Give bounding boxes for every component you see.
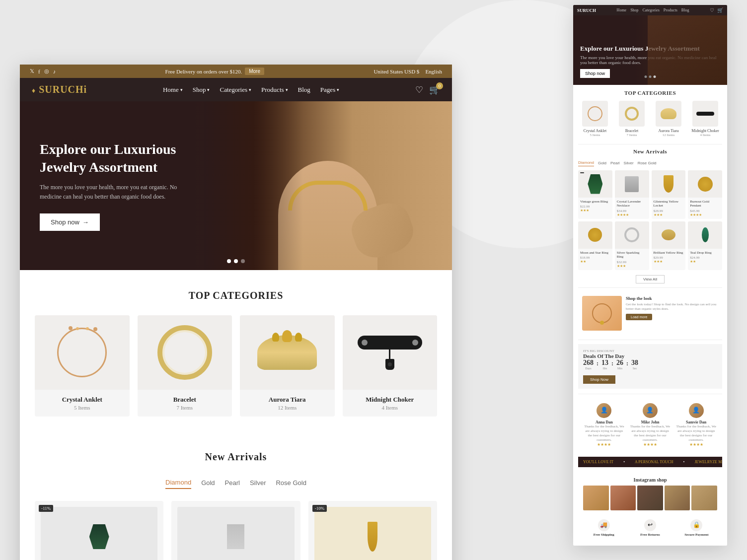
back-hero-cta[interactable]: Shop now — [580, 69, 610, 78]
instagram-item-5[interactable] — [691, 486, 717, 510]
timer-sep-2: : — [611, 359, 613, 370]
marquee-strip: YOU'LL LOVE IT • A PERSONAL TOUCH • JEWE… — [578, 457, 722, 467]
top-bar-right: United States USD $ English — [374, 69, 442, 74]
divider-4 — [578, 394, 722, 394]
arrival-product-img-1 — [41, 507, 157, 560]
tiktok-icon[interactable]: ♪ — [53, 69, 56, 74]
marquee-item-2: A PERSONAL TOUCH — [635, 460, 673, 464]
nav-pages[interactable]: Pages ▾ — [320, 86, 339, 94]
instagram-item-1[interactable] — [583, 486, 609, 510]
hero-dot-2[interactable] — [234, 259, 238, 263]
testimonial-stars-3: ★★★★ — [675, 442, 717, 447]
more-button[interactable]: More — [245, 68, 264, 75]
product-stars-3: ★★★ — [654, 213, 684, 217]
wishlist-icon[interactable]: ♡ — [415, 84, 423, 95]
product-price-3: $28.99 — [654, 209, 684, 213]
divider-3 — [578, 340, 722, 340]
arrival-product-2[interactable]: Gold Lavender Necklace $34.99 — [171, 501, 300, 560]
back-tab-rosegold[interactable]: Rose Gold — [638, 159, 657, 166]
back-tab-silver[interactable]: Silver — [624, 159, 634, 166]
dot-3[interactable] — [654, 75, 656, 78]
shop-look-image — [582, 296, 622, 331]
twitter-icon[interactable]: 𝕏 — [30, 68, 34, 74]
tab-gold[interactable]: Gold — [201, 477, 215, 489]
back-nav-shop[interactable]: Shop — [630, 8, 638, 12]
instagram-icon[interactable]: ◎ — [44, 68, 49, 74]
back-arrivals-tabs: Diamond Gold Pearl Silver Rose Gold — [578, 159, 722, 166]
product-name-1: Vintage green Bling — [580, 200, 610, 204]
back-logo: SURUCH — [577, 8, 596, 13]
back-tab-pearl[interactable]: Pearl — [610, 159, 620, 166]
back-product-7[interactable]: Brilliant Yellow Ring $29.99 ★★★ — [652, 221, 686, 270]
tab-diamond[interactable]: Diamond — [165, 477, 191, 489]
back-product-2[interactable]: Crystal Lavender Necklace $34.99 ★★★★ — [615, 170, 649, 219]
hero-dot-3[interactable] — [241, 259, 245, 263]
back-product-6[interactable]: Silver Sparkling Ring $32.99 ★★★ — [615, 221, 649, 270]
category-bracelet[interactable]: Bracelet 7 Items — [138, 315, 232, 417]
new-arrivals-section: New Arrivals Diamond Gold Pearl Silver R… — [20, 436, 452, 560]
product-stars-8: ★★ — [690, 260, 720, 264]
instagram-item-4[interactable] — [665, 486, 690, 510]
shop-now-button[interactable]: Shop now → — [40, 213, 100, 231]
back-heart-icon[interactable]: ♡ — [710, 7, 714, 13]
arrival-product-3[interactable]: -10% Yellow Drop Pendant $28.99 — [308, 501, 437, 560]
back-product-4[interactable]: Burnout Gold Pendant $45.99 ★★★★ — [688, 170, 722, 219]
back-nav-home[interactable]: Home — [617, 8, 627, 12]
product-price-2: $34.99 — [617, 209, 647, 213]
back-cat-choker[interactable]: Midnight Choker 4 Items — [688, 101, 722, 137]
hero-dots — [227, 259, 245, 263]
timer-sep-3: : — [626, 359, 628, 370]
marquee-sep-2: • — [683, 460, 685, 464]
back-nav-blog[interactable]: Blog — [681, 8, 689, 12]
region-selector[interactable]: United States USD $ — [374, 69, 419, 74]
deals-cta[interactable]: Shop Now — [583, 375, 615, 384]
back-nav-categories[interactable]: Categories — [643, 8, 660, 12]
dot-1[interactable] — [645, 75, 647, 78]
shop-look-cta[interactable]: Load more — [626, 314, 652, 320]
choker-name: Midnight Choker — [349, 396, 432, 404]
nav-blog[interactable]: Blog — [298, 86, 310, 94]
top-categories-section: TOP CATEGORIES Crystal Anklet — [20, 270, 452, 436]
arrival-product-1[interactable]: -11% Dark Emerald Earrings $22.99 — [35, 501, 163, 560]
tab-rosegold[interactable]: Rose Gold — [276, 477, 306, 489]
home-chevron-icon: ▾ — [180, 87, 183, 92]
view-all-button[interactable]: View All — [636, 275, 665, 283]
language-selector[interactable]: English — [425, 69, 442, 74]
dot-2[interactable] — [649, 75, 652, 78]
back-product-3[interactable]: Glistening Yellow Locket $28.99 ★★★ — [652, 170, 686, 219]
category-tiara[interactable]: Aurora Tiara 12 Items — [240, 315, 335, 417]
back-product-8[interactable]: Teal Drop Ring $24.99 ★★ — [688, 221, 722, 270]
nav-shop[interactable]: Shop ▾ — [193, 86, 210, 94]
back-product-1[interactable]: Vintage green Bling $22.99 ★★★ — [578, 170, 612, 219]
shipping-label: Free Shipping — [582, 533, 625, 537]
back-tab-gold[interactable]: Gold — [598, 159, 606, 166]
back-tab-diamond[interactable]: Diamond — [578, 159, 594, 166]
back-cat-count-choker: 4 Items — [688, 133, 722, 137]
tab-silver[interactable]: Silver — [250, 477, 266, 489]
back-cat-anklet[interactable]: Crystal Anklet 5 Items — [578, 101, 612, 137]
logo[interactable]: ♦ SURUCHi — [32, 84, 87, 95]
facebook-icon[interactable]: f — [38, 69, 40, 74]
instagram-item-2[interactable] — [610, 486, 636, 510]
discount-badge-1: -11% — [39, 505, 53, 512]
product-stars-7: ★★★ — [654, 260, 684, 264]
timer-sep-1: : — [597, 359, 598, 370]
nav-home[interactable]: Home ▾ — [163, 86, 183, 94]
cart-icon[interactable]: 🛒 0 — [429, 84, 440, 95]
nav-products[interactable]: Products ▾ — [261, 86, 288, 94]
back-cat-tiara[interactable]: Aurora Tiara 12 Items — [652, 101, 685, 137]
nav-categories[interactable]: Categories ▾ — [220, 86, 251, 94]
nav-action-icons: ♡ 🛒 0 — [415, 84, 440, 95]
instagram-item-3[interactable] — [637, 486, 663, 510]
payment-label: Secure Payment — [675, 533, 718, 537]
product-price-7: $29.99 — [654, 256, 684, 260]
back-cart-icon[interactable]: 🛒 — [717, 7, 723, 13]
choker-info: Midnight Choker 4 Items — [343, 390, 438, 417]
back-cat-bracelet[interactable]: Bracelet 7 Items — [615, 101, 649, 137]
tab-pearl[interactable]: Pearl — [225, 477, 240, 489]
category-choker[interactable]: Midnight Choker 4 Items — [343, 315, 438, 417]
back-nav-products[interactable]: Products — [664, 8, 677, 12]
back-product-5[interactable]: Moon and Star Ring $18.99 ★★ — [578, 221, 612, 270]
category-crystal-anklet[interactable]: Crystal Anklet 5 Items — [35, 315, 130, 417]
hero-dot-1[interactable] — [227, 259, 231, 263]
